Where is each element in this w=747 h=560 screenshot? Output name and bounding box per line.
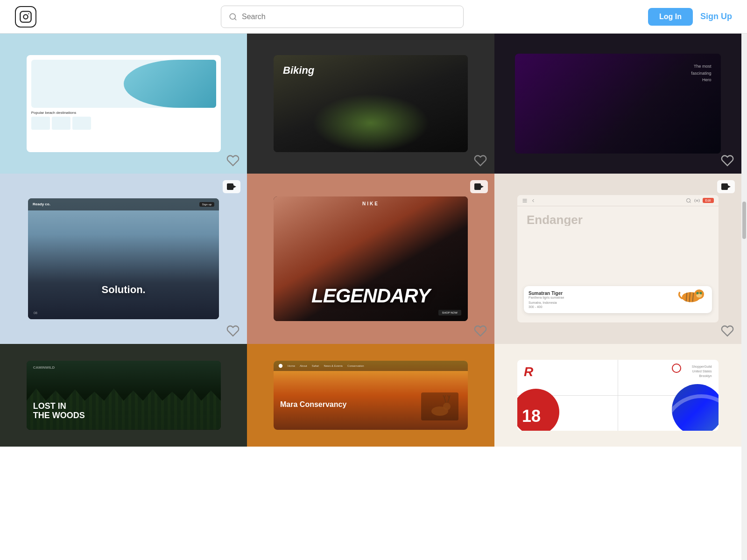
svg-marker-8 xyxy=(481,185,484,188)
svg-point-14 xyxy=(696,200,698,201)
card-legendary-shop-btn[interactable]: SHOP NOW xyxy=(438,310,461,315)
card-woods-inner: LOST INTHE WOODS CAMINWILD xyxy=(27,361,221,430)
card-magazine-inner: R 18 ShopperGuildUnited StatesBrooklyn xyxy=(517,360,719,430)
mara-nav-4: News & Events xyxy=(324,364,343,367)
card-woods-brand: CAMINWILD xyxy=(33,365,55,370)
tiger-illustration xyxy=(675,281,707,305)
card-biking-inner: Biking xyxy=(274,55,468,152)
card-mara-inner: Home About Safari News & Events Conserva… xyxy=(274,361,468,430)
svg-line-29 xyxy=(444,398,446,403)
svg-point-2 xyxy=(28,13,29,14)
signup-button[interactable]: Sign Up xyxy=(700,12,732,21)
svg-marker-25 xyxy=(728,185,731,188)
video-badge xyxy=(470,180,488,193)
card-magazine-letter: R xyxy=(524,364,533,379)
svg-point-22 xyxy=(696,292,698,294)
header-actions: Log In Sign Up xyxy=(648,8,732,26)
grid-item-magazine[interactable]: R 18 ShopperGuildUnited StatesBrooklyn xyxy=(494,344,741,447)
card-solution-inner: Ready co. Sign up Solution. 08 xyxy=(28,198,219,320)
card-travel-inner: Popular beach destinations xyxy=(27,55,221,152)
mara-nav-5: Conservation xyxy=(347,364,364,367)
heart-icon[interactable] xyxy=(474,324,487,337)
svg-rect-24 xyxy=(721,183,728,190)
card-magazine-bg: R 18 ShopperGuildUnited StatesBrooklyn xyxy=(494,344,741,447)
card-hero-overlay xyxy=(515,54,720,153)
logo[interactable] xyxy=(15,6,36,28)
card-solution-footer: 08 xyxy=(34,311,37,315)
svg-rect-0 xyxy=(20,11,31,22)
card-endangered-title: Endanger xyxy=(527,214,618,226)
card-travel-content: Popular beach destinations xyxy=(31,108,216,133)
svg-point-23 xyxy=(699,292,702,294)
grid-item-travel[interactable]: Popular beach destinations xyxy=(0,34,247,174)
card-mara-header: Home About Safari News & Events Conserva… xyxy=(274,361,468,371)
svg-point-12 xyxy=(686,198,690,202)
card-mara-animal-img xyxy=(421,392,458,420)
mara-nav-3: Safari xyxy=(312,364,319,367)
card-endangered-bg: Edit Endanger Sumatran Tiger Panthera ti… xyxy=(494,174,741,344)
card-mara-bg: Home About Safari News & Events Conserva… xyxy=(247,344,494,447)
destination-chip xyxy=(31,117,50,130)
card-endangered-inner: Edit Endanger Sumatran Tiger Panthera ti… xyxy=(517,195,719,322)
card-solution-background xyxy=(28,198,219,320)
card-solution-cta: Sign up xyxy=(199,202,214,207)
card-legendary-brand: NIKE xyxy=(274,201,468,206)
card-magazine-globe xyxy=(672,384,719,431)
card-endangered-header: Edit xyxy=(517,195,719,206)
card-magazine-number: 18 xyxy=(522,406,541,426)
video-badge xyxy=(717,180,735,193)
svg-rect-7 xyxy=(474,183,481,190)
heart-icon[interactable] xyxy=(474,154,487,167)
svg-marker-6 xyxy=(233,185,236,188)
card-solution-bg: Ready co. Sign up Solution. 08 xyxy=(0,174,247,344)
card-biking-bg: Biking xyxy=(247,34,494,174)
card-travel-map xyxy=(31,60,216,108)
heart-icon[interactable] xyxy=(721,154,734,167)
card-legendary-bg: NIKE LEGENDARY SHOP NOW xyxy=(247,174,494,344)
grid-item-hero[interactable]: The mostfascinatingHero xyxy=(494,34,741,174)
search-box[interactable] xyxy=(221,6,464,28)
svg-line-32 xyxy=(444,395,445,398)
card-solution-title: Solution. xyxy=(28,284,219,296)
destination-chip xyxy=(72,117,91,130)
card-biking-title: Biking xyxy=(283,64,314,77)
grid-item-mara[interactable]: Home About Safari News & Events Conserva… xyxy=(247,344,494,447)
grid-item-legendary[interactable]: NIKE LEGENDARY SHOP NOW xyxy=(247,174,494,344)
svg-line-30 xyxy=(448,398,449,403)
card-legendary-title: LEGENDARY xyxy=(274,285,468,307)
header: Log In Sign Up xyxy=(0,0,747,34)
video-badge xyxy=(223,180,240,193)
mara-nav-1: Home xyxy=(288,364,295,367)
magazine-circle-icon xyxy=(672,364,681,373)
heart-icon[interactable] xyxy=(226,324,240,337)
grid-item-woods[interactable]: LOST INTHE WOODS CAMINWILD xyxy=(0,344,247,447)
search-icon xyxy=(229,13,237,21)
grid-item-biking[interactable]: Biking xyxy=(247,34,494,174)
image-grid: Popular beach destinations Biking xyxy=(0,34,741,447)
svg-point-1 xyxy=(23,14,28,19)
card-legendary-inner: NIKE LEGENDARY SHOP NOW xyxy=(274,196,468,321)
login-button[interactable]: Log In xyxy=(648,8,693,26)
destination-chip xyxy=(52,117,70,130)
svg-rect-5 xyxy=(227,183,233,190)
card-mara-title: Mara Conservancy xyxy=(280,400,346,409)
mara-nav-2: About xyxy=(300,364,307,367)
svg-point-28 xyxy=(443,403,451,410)
grid-item-solution[interactable]: Ready co. Sign up Solution. 08 xyxy=(0,174,247,344)
scrollbar[interactable] xyxy=(741,34,747,447)
card-solution-logo-text: Ready co. xyxy=(33,202,50,206)
card-hero-bg: The mostfascinatingHero xyxy=(494,34,741,174)
svg-line-34 xyxy=(449,395,450,398)
scrollbar-thumb[interactable] xyxy=(742,202,746,239)
card-woods-bg: LOST INTHE WOODS CAMINWILD xyxy=(0,344,247,447)
svg-line-13 xyxy=(690,202,691,203)
svg-point-26 xyxy=(279,364,282,368)
instagram-logo-icon xyxy=(15,6,36,28)
card-woods-title: LOST INTHE WOODS xyxy=(33,402,85,420)
search-input[interactable] xyxy=(242,13,456,21)
card-hero-inner: The mostfascinatingHero xyxy=(515,54,720,153)
card-endangered-animal-card: Sumatran Tiger Panthera tigris sumatrae … xyxy=(524,286,712,313)
grid-item-endangered[interactable]: Edit Endanger Sumatran Tiger Panthera ti… xyxy=(494,174,741,344)
heart-icon[interactable] xyxy=(721,324,734,337)
heart-icon[interactable] xyxy=(226,154,240,167)
